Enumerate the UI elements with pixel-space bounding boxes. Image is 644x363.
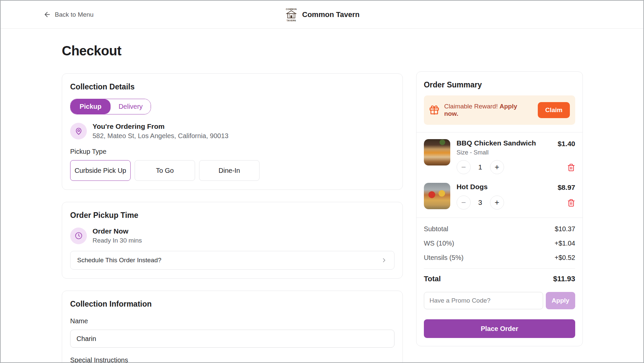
cart-item: Hot Dogs − 3 + $8.97 — [424, 183, 575, 210]
delete-item-button[interactable] — [567, 199, 575, 207]
quantity-decrease-button[interactable]: − — [457, 160, 471, 174]
collection-details-title: Collection Details — [70, 82, 394, 91]
back-to-menu-link[interactable]: Back to Menu — [43, 11, 94, 18]
cart-items: BBQ Chicken Sandwich Size - Small − 1 + … — [417, 132, 583, 218]
trash-icon — [567, 163, 575, 171]
ordering-from-title: You're Ordering From — [93, 122, 228, 130]
item-details: BBQ Chicken Sandwich Size - Small − 1 + — [457, 139, 551, 174]
special-instructions-label: Special Instructions — [70, 356, 394, 363]
svg-text:COMMON: COMMON — [286, 8, 297, 10]
schedule-order-label: Schedule This Order Instead? — [77, 257, 161, 264]
utensils-label: Utensils (5%) — [424, 254, 464, 262]
checkout-column: Checkout Collection Details Pickup Deliv… — [62, 29, 403, 363]
pickup-type-label: Pickup Type — [70, 148, 394, 155]
quantity-stepper: − 3 + — [457, 196, 551, 210]
brand: COMMON TAVERN Common Tavern — [285, 7, 360, 22]
order-now-row: Order Now Ready In 30 mins — [70, 227, 394, 244]
promo-code-input[interactable] — [424, 292, 543, 309]
item-image-hot-dogs — [424, 183, 450, 209]
quantity-increase-button[interactable]: + — [490, 160, 504, 174]
subtotal-label: Subtotal — [424, 225, 448, 233]
page-title: Checkout — [62, 43, 403, 59]
name-field[interactable] — [70, 330, 394, 348]
item-right: $1.40 — [557, 139, 575, 174]
tax-value: +$1.04 — [554, 240, 575, 247]
collection-info-card: Collection Information Name Special Inst… — [62, 291, 403, 363]
pickup-time-card: Order Pickup Time Order Now Ready In 30 … — [62, 202, 403, 279]
order-summary-title: Order Summary — [424, 80, 575, 89]
main-content: Checkout Collection Details Pickup Deliv… — [1, 29, 643, 363]
utensils-row: Utensils (5%) +$0.52 — [424, 254, 575, 262]
header: Back to Menu COMMON TAVERN Common Tavern — [1, 1, 643, 29]
quantity-value: 3 — [478, 199, 483, 207]
back-label: Back to Menu — [55, 11, 94, 18]
promo-code-row: Apply — [417, 292, 583, 309]
ordering-from-row: You're Ordering From 582, Mateo St, Los … — [70, 122, 394, 140]
collection-details-card: Collection Details Pickup Delivery You'r… — [62, 73, 403, 190]
brand-name: Common Tavern — [302, 10, 360, 19]
pickup-time-title: Order Pickup Time — [70, 211, 394, 220]
total-row: Total $11.93 — [424, 275, 575, 283]
quantity-decrease-button[interactable]: − — [457, 196, 471, 210]
tax-label: WS (10%) — [424, 240, 454, 247]
clock-icon — [70, 228, 87, 244]
name-label: Name — [70, 317, 394, 325]
item-name: Hot Dogs — [457, 183, 551, 191]
item-details: Hot Dogs − 3 + — [457, 183, 551, 210]
subtotal-row: Subtotal $10.37 — [424, 225, 575, 233]
reward-text-normal: Claimable Reward! — [444, 103, 500, 110]
pickup-type-options: Curbside Pick Up To Go Dine-In — [70, 160, 394, 181]
app-window: Back to Menu COMMON TAVERN Common Tavern… — [0, 0, 644, 363]
cart-item: BBQ Chicken Sandwich Size - Small − 1 + … — [424, 139, 575, 174]
common-tavern-logo-icon: COMMON TAVERN — [285, 7, 298, 22]
total-label: Total — [424, 275, 441, 283]
ordering-from-text: You're Ordering From 582, Mateo St, Los … — [93, 122, 228, 140]
order-now-text: Order Now Ready In 30 mins — [93, 227, 142, 244]
pickup-type-curbside[interactable]: Curbside Pick Up — [70, 160, 131, 181]
back-arrow-icon — [43, 11, 51, 18]
utensils-value: +$0.52 — [554, 254, 575, 262]
claim-button[interactable]: Claim — [538, 102, 570, 118]
item-price: $1.40 — [557, 140, 575, 148]
gift-icon — [429, 105, 439, 115]
order-summary-card: Order Summary Claimable Reward! Apply no… — [416, 71, 583, 346]
place-order-button[interactable]: Place Order — [424, 319, 575, 338]
totals-section: Subtotal $10.37 WS (10%) +$1.04 Utensils… — [417, 218, 583, 283]
chevron-right-icon — [381, 257, 387, 264]
item-price: $8.97 — [557, 184, 575, 192]
pickup-type-dinein[interactable]: Dine-In — [199, 160, 260, 181]
svg-text:TAVERN: TAVERN — [286, 19, 296, 22]
quantity-value: 1 — [478, 163, 483, 171]
trash-icon — [567, 199, 575, 207]
toggle-delivery[interactable]: Delivery — [111, 99, 151, 114]
subtotal-value: $10.37 — [555, 225, 575, 233]
tax-row: WS (10%) +$1.04 — [424, 240, 575, 247]
order-summary-column: Order Summary Claimable Reward! Apply no… — [416, 71, 583, 346]
order-now-subtitle: Ready In 30 mins — [93, 237, 142, 244]
divider — [424, 268, 575, 269]
item-image-bbq-chicken-sandwich — [424, 139, 450, 165]
item-variant: Size - Small — [457, 149, 551, 156]
toggle-pickup[interactable]: Pickup — [70, 99, 111, 114]
item-right: $8.97 — [557, 183, 575, 210]
fulfillment-toggle: Pickup Delivery — [70, 99, 151, 114]
reward-banner: Claimable Reward! Apply now. Claim — [424, 95, 575, 125]
reward-text: Claimable Reward! Apply now. — [444, 103, 533, 117]
pickup-type-togo[interactable]: To Go — [135, 160, 195, 181]
total-value: $11.93 — [553, 275, 575, 283]
schedule-order-row[interactable]: Schedule This Order Instead? — [70, 251, 394, 270]
delete-item-button[interactable] — [567, 163, 575, 171]
quantity-increase-button[interactable]: + — [490, 196, 504, 210]
ordering-from-address: 582, Mateo St, Los Angeles, California, … — [93, 132, 228, 140]
location-pin-icon — [70, 123, 87, 139]
collection-info-title: Collection Information — [70, 300, 394, 309]
item-name: BBQ Chicken Sandwich — [457, 139, 551, 147]
quantity-stepper: − 1 + — [457, 160, 551, 174]
apply-promo-button[interactable]: Apply — [546, 292, 575, 309]
order-now-title: Order Now — [93, 227, 142, 235]
